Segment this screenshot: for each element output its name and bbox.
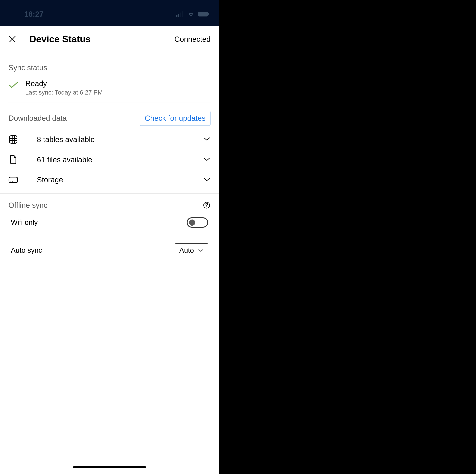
auto-sync-select[interactable]: Auto [175, 243, 208, 257]
wifi-only-label: Wifi only [11, 219, 38, 226]
status-time: 18:27 [24, 10, 43, 18]
files-label: 61 files available [37, 155, 203, 164]
connection-status: Connected [174, 35, 211, 43]
status-icons [176, 11, 210, 17]
svg-rect-2 [180, 13, 181, 17]
status-bar: 18:27 [0, 0, 219, 26]
device-status-panel: 18:27 Device Status Connected Sync statu… [0, 0, 219, 474]
storage-icon [8, 176, 18, 184]
check-icon [8, 81, 19, 89]
svg-rect-0 [176, 15, 177, 17]
offline-sync-section: Offline sync Wifi only Auto sync Auto [0, 194, 219, 267]
sync-status-row: Ready Last sync: Today at 6:27 PM [8, 76, 211, 103]
svg-rect-11 [9, 177, 17, 183]
downloaded-data-header: Downloaded data Check for updates [8, 103, 211, 130]
svg-point-12 [11, 181, 11, 182]
svg-rect-4 [198, 12, 208, 17]
chevron-down-icon [198, 249, 204, 252]
home-indicator[interactable] [73, 466, 146, 468]
auto-sync-row: Auto sync Auto [8, 236, 211, 265]
auto-sync-label: Auto sync [11, 246, 42, 254]
check-updates-button[interactable]: Check for updates [140, 111, 211, 126]
sync-state: Ready [25, 79, 103, 88]
page-title: Device Status [29, 34, 174, 45]
svg-point-13 [12, 181, 13, 182]
auto-sync-value: Auto [179, 246, 194, 254]
battery-icon [198, 11, 210, 17]
offline-sync-header: Offline sync [8, 194, 211, 209]
tables-row[interactable]: 8 tables available [8, 130, 211, 149]
table-icon [8, 135, 18, 144]
offline-sync-title: Offline sync [8, 201, 47, 209]
toggle-knob [189, 220, 195, 226]
files-row[interactable]: 61 files available [8, 149, 211, 170]
help-icon [203, 202, 210, 209]
storage-label: Storage [37, 176, 203, 184]
chevron-down-icon [203, 137, 211, 142]
cellular-icon [176, 11, 184, 17]
sync-last-sync: Last sync: Today at 6:27 PM [25, 89, 103, 96]
svg-rect-1 [178, 14, 179, 17]
sync-status-text: Ready Last sync: Today at 6:27 PM [25, 79, 103, 96]
tables-label: 8 tables available [37, 135, 203, 144]
svg-rect-6 [10, 136, 17, 143]
svg-point-15 [206, 206, 207, 207]
sync-status-section: Sync status Ready Last sync: Today at 6:… [0, 54, 219, 103]
downloaded-data-section: Downloaded data Check for updates 8 tabl… [0, 103, 219, 194]
close-icon [9, 36, 16, 42]
wifi-only-row: Wifi only [8, 209, 211, 236]
chevron-down-icon [203, 177, 211, 183]
file-icon [8, 155, 18, 164]
page-header: Device Status Connected [0, 26, 219, 54]
wifi-only-toggle[interactable] [187, 217, 208, 228]
close-button[interactable] [8, 35, 16, 43]
chevron-down-icon [203, 157, 211, 162]
sync-status-header: Sync status [8, 54, 211, 76]
downloaded-data-title: Downloaded data [8, 114, 67, 122]
svg-rect-5 [208, 13, 209, 15]
storage-row[interactable]: Storage [8, 170, 211, 190]
help-button[interactable] [203, 202, 211, 209]
wifi-icon [187, 11, 195, 17]
svg-rect-3 [182, 11, 183, 17]
